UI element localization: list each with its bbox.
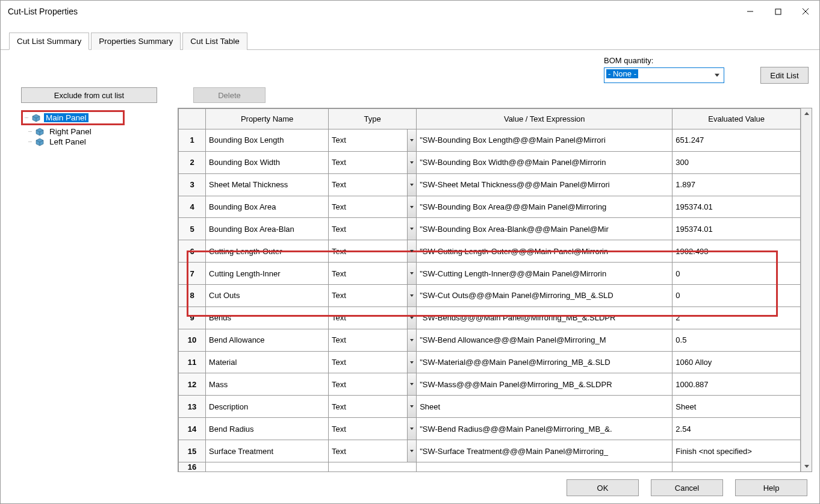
cell-property-name[interactable]: Bend Allowance: [206, 329, 329, 351]
table-row[interactable]: 4Bounding Box AreaText"SW-Bounding Box A…: [179, 196, 801, 218]
table-row[interactable]: 10Bend AllowanceText"SW-Bend Allowance@@…: [179, 329, 801, 351]
tree-item-left-panel[interactable]: ┈ Left Panel: [21, 137, 166, 147]
cell-type-dropdown[interactable]: Text: [329, 129, 417, 152]
cell-property-name[interactable]: Mass: [206, 373, 329, 396]
table-row[interactable]: 7Cutting Length-InnerText"SW-Cutting Len…: [179, 263, 801, 285]
edit-list-button[interactable]: Edit List: [760, 67, 809, 84]
row-number: 8: [179, 285, 206, 307]
row-number: 11: [179, 351, 206, 373]
table-row[interactable]: 9BendsText"SW-Bends@@@Main Panel@Mirrori…: [179, 306, 801, 329]
cell-type-dropdown[interactable]: Text: [329, 373, 417, 396]
cell-value-expression[interactable]: "SW-Cut Outs@@@Main Panel@Mirroring_MB_&…: [417, 285, 672, 307]
cell-value-expression[interactable]: Sheet: [417, 396, 672, 418]
table-row[interactable]: 5Bounding Box Area-BlanText"SW-Bounding …: [179, 218, 801, 240]
minimize-button[interactable]: [736, 2, 764, 20]
exclude-button[interactable]: Exclude from cut list: [21, 87, 157, 103]
cell-property-name[interactable]: Bends: [206, 306, 329, 329]
cell-type-dropdown[interactable]: Text: [329, 329, 417, 351]
tab-cut-list-summary[interactable]: Cut List Summary: [9, 33, 89, 50]
cell-type-dropdown[interactable]: Text: [329, 306, 417, 329]
vertical-scrollbar[interactable]: [801, 108, 812, 471]
cell-property-name[interactable]: Bounding Box Width: [206, 151, 329, 173]
table-row[interactable]: 15Surface TreatmentText"SW-Surface Treat…: [179, 440, 801, 462]
table-row[interactable]: 11MaterialText"SW-Material@@@Main Panel@…: [179, 351, 801, 373]
cell-evaluated-value: 1000.887: [672, 373, 801, 396]
row-number: 7: [179, 263, 206, 285]
cell-evaluated-value: Finish <not specified>: [672, 440, 801, 462]
col-header-name[interactable]: Property Name: [206, 109, 329, 129]
cell-value-expression[interactable]: "SW-Bounding Box Width@@@Main Panel@Mirr…: [417, 151, 672, 173]
tab-properties-summary[interactable]: Properties Summary: [91, 33, 181, 50]
tree-connector-icon: ┈: [25, 114, 28, 121]
cell-type-dropdown[interactable]: Text: [329, 285, 417, 307]
row-number: 15: [179, 440, 206, 462]
bom-quantity-group: BOM quantity: - None -: [604, 56, 724, 83]
cell-type-dropdown[interactable]: Text: [329, 418, 417, 440]
cell-type-dropdown[interactable]: Text: [329, 196, 417, 218]
tab-cut-list-table[interactable]: Cut List Table: [182, 33, 247, 50]
tree-item-label: Main Panel: [44, 113, 89, 122]
cancel-button[interactable]: Cancel: [651, 479, 723, 496]
cell-type-dropdown[interactable]: Text: [329, 440, 417, 462]
table-row[interactable]: 12MassText"SW-Mass@@@Main Panel@Mirrorin…: [179, 373, 801, 396]
cell-property-name[interactable]: Description: [206, 396, 329, 418]
cell-value-expression[interactable]: "SW-Mass@@@Main Panel@Mirroring_MB_&.SLD…: [417, 373, 672, 396]
cell-value-expression[interactable]: "SW-Material@@@Main Panel@Mirroring_MB_&…: [417, 351, 672, 373]
cell-value-expression[interactable]: "SW-Bounding Box Area-Blank@@@Main Panel…: [417, 218, 672, 240]
row-number: 12: [179, 373, 206, 396]
cell-value-expression[interactable]: "SW-Bend Radius@@@Main Panel@Mirroring_M…: [417, 418, 672, 440]
cell-property-name[interactable]: Bounding Box Area-Blan: [206, 218, 329, 240]
cell-type-dropdown[interactable]: Text: [329, 240, 417, 263]
table-row[interactable]: 3Sheet Metal ThicknessText"SW-Sheet Meta…: [179, 173, 801, 196]
cell-type-dropdown[interactable]: Text: [329, 151, 417, 173]
row-number: 13: [179, 396, 206, 418]
properties-grid[interactable]: Property Name Type Value / Text Expressi…: [178, 108, 801, 471]
cell-property-name[interactable]: Bend Radius: [206, 418, 329, 440]
cell-property-name[interactable]: Cutting Length-Outer: [206, 240, 329, 263]
delete-button: Delete: [193, 87, 266, 103]
table-row[interactable]: 8Cut OutsText"SW-Cut Outs@@@Main Panel@M…: [179, 285, 801, 307]
cell-value-expression[interactable]: "SW-Bends@@@Main Panel@Mirroring_MB_&.SL…: [417, 306, 672, 329]
cell-property-name[interactable]: Cut Outs: [206, 285, 329, 307]
cell-property-name[interactable]: Material: [206, 351, 329, 373]
cell-type-dropdown[interactable]: Text: [329, 173, 417, 196]
cell-value-expression[interactable]: "SW-Bounding Box Area@@@Main Panel@Mirro…: [417, 196, 672, 218]
tree-item-right-panel[interactable]: ┈ Right Panel: [21, 126, 166, 137]
table-row[interactable]: 6Cutting Length-OuterText"SW-Cutting Len…: [179, 240, 801, 263]
cell-value-expression[interactable]: "SW-Cutting Length-Inner@@@Main Panel@Mi…: [417, 263, 672, 285]
help-button[interactable]: Help: [735, 479, 807, 496]
ok-button[interactable]: OK: [567, 479, 639, 496]
col-header-rownum[interactable]: [179, 109, 206, 129]
cell-property-name[interactable]: Surface Treatment: [206, 440, 329, 462]
col-header-evaluated[interactable]: Evaluated Value: [672, 109, 801, 129]
cell-value-expression[interactable]: "SW-Sheet Metal Thickness@@@Main Panel@M…: [417, 173, 672, 196]
cell-type-dropdown[interactable]: Text: [329, 218, 417, 240]
cell-property-name[interactable]: Bounding Box Length: [206, 129, 329, 152]
cell-type-dropdown[interactable]: Text: [329, 351, 417, 373]
maximize-button[interactable]: [764, 2, 792, 20]
cell-value-expression[interactable]: [417, 462, 672, 472]
cell-property-name[interactable]: Sheet Metal Thickness: [206, 173, 329, 196]
cell-type-dropdown[interactable]: Text: [329, 396, 417, 418]
cell-type-dropdown[interactable]: Text: [329, 263, 417, 285]
cell-property-name[interactable]: [206, 462, 329, 472]
bom-quantity-select[interactable]: [604, 67, 724, 83]
cell-value-expression[interactable]: "SW-Bounding Box Length@@@Main Panel@Mir…: [417, 129, 672, 152]
row-number: 2: [179, 151, 206, 173]
table-row[interactable]: 1Bounding Box LengthText"SW-Bounding Box…: [179, 129, 801, 152]
table-row[interactable]: 16: [179, 462, 801, 472]
tree-item-main-panel[interactable]: ┈ Main Panel: [25, 113, 121, 123]
cell-property-name[interactable]: Bounding Box Area: [206, 196, 329, 218]
col-header-type[interactable]: Type: [329, 109, 417, 129]
cell-value-expression[interactable]: "SW-Surface Treatment@@@Main Panel@Mirro…: [417, 440, 672, 462]
table-row[interactable]: 2Bounding Box WidthText"SW-Bounding Box …: [179, 151, 801, 173]
cell-evaluated-value: 1.897: [672, 173, 801, 196]
close-button[interactable]: [792, 2, 819, 20]
cell-value-expression[interactable]: "SW-Cutting Length-Outer@@@Main Panel@Mi…: [417, 240, 672, 263]
cell-type[interactable]: [329, 462, 417, 472]
cell-property-name[interactable]: Cutting Length-Inner: [206, 263, 329, 285]
cell-value-expression[interactable]: "SW-Bend Allowance@@@Main Panel@Mirrorin…: [417, 329, 672, 351]
table-row[interactable]: 14Bend RadiusText"SW-Bend Radius@@@Main …: [179, 418, 801, 440]
col-header-value[interactable]: Value / Text Expression: [417, 109, 672, 129]
table-row[interactable]: 13DescriptionTextSheetSheet: [179, 396, 801, 418]
